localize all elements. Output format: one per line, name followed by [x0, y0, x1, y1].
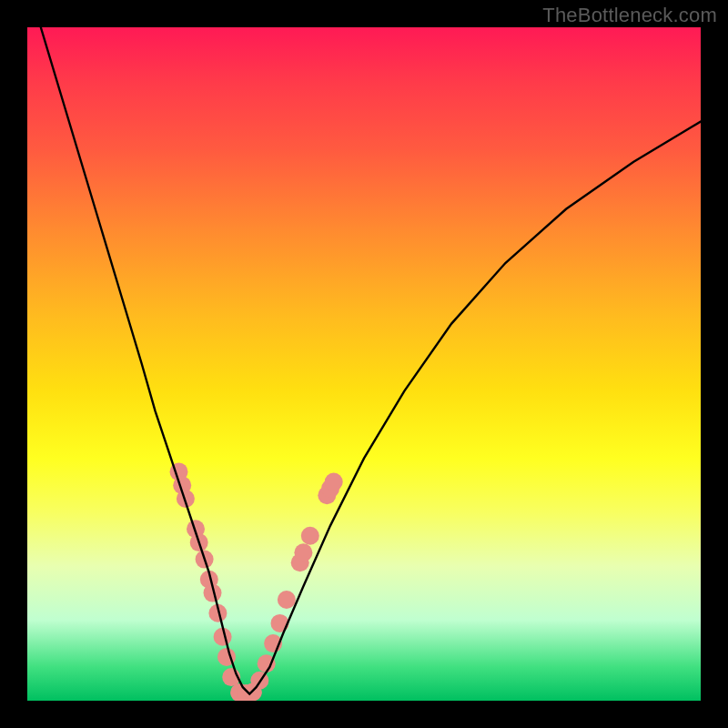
data-marker [271, 614, 289, 632]
data-marker [325, 473, 343, 491]
data-markers [170, 462, 343, 701]
data-marker [294, 543, 312, 561]
watermark-text: TheBottleneck.com [542, 4, 717, 27]
bottleneck-curve [41, 27, 701, 694]
chart-svg [27, 27, 701, 701]
plot-area [27, 27, 701, 701]
data-marker [301, 527, 319, 545]
data-marker [278, 591, 296, 609]
chart-frame: TheBottleneck.com [0, 0, 728, 728]
